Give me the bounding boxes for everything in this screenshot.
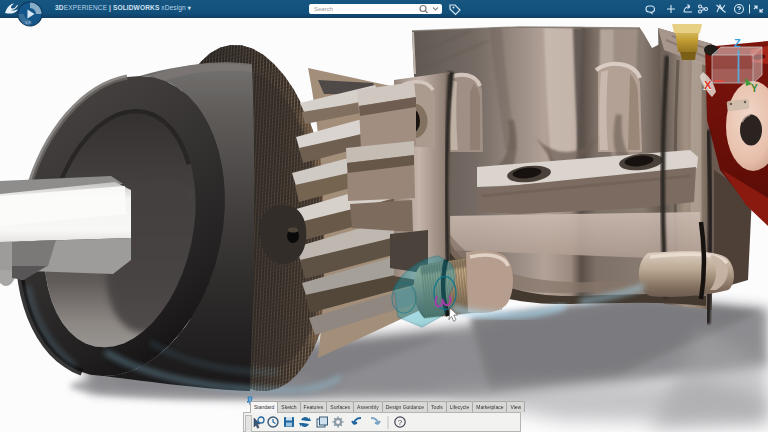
svg-text:Y: Y <box>751 83 758 94</box>
svg-text:X: X <box>704 79 712 91</box>
svg-text:?: ? <box>398 418 403 427</box>
svg-text:V.R: V.R <box>25 20 31 25</box>
svg-text:Z: Z <box>734 37 741 49</box>
